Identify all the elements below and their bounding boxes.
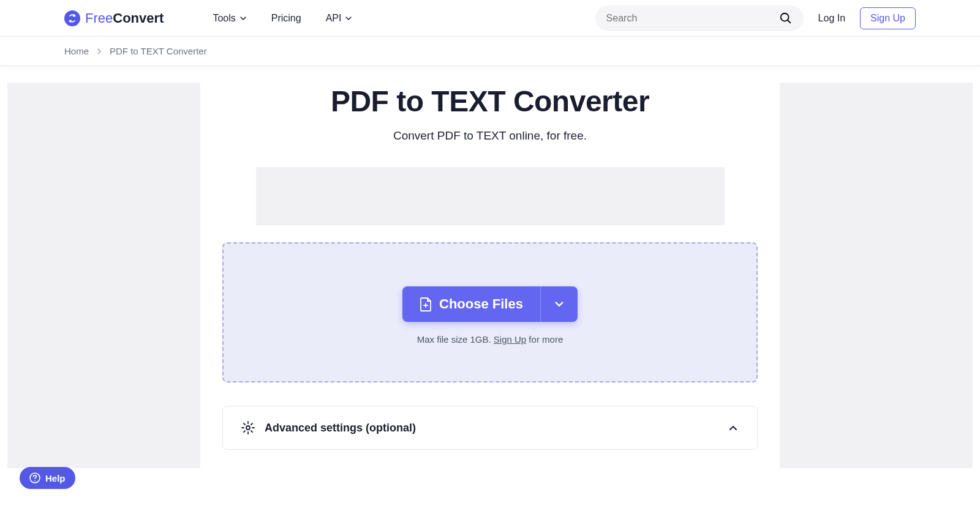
nav-pricing[interactable]: Pricing [271, 13, 301, 24]
file-add-icon [420, 297, 432, 311]
page-subtitle: Convert PDF to TEXT online, for free. [222, 129, 758, 143]
max-file-text: Max file size 1GB. Sign Up for more [417, 334, 563, 345]
logo-text: FreeConvert [85, 10, 164, 26]
chevron-down-icon [239, 15, 247, 22]
breadcrumb: Home PDF to TEXT Converter [0, 37, 980, 66]
advanced-settings-toggle[interactable]: Advanced settings (optional) [222, 406, 758, 450]
nav-api-label: API [326, 13, 342, 24]
chevron-right-icon [96, 48, 102, 54]
sidebar-ad-right [780, 83, 973, 468]
signup-button[interactable]: Sign Up [860, 7, 916, 29]
search-input[interactable] [606, 13, 779, 24]
svg-point-1 [246, 426, 250, 430]
dropzone[interactable]: Choose Files Max file size 1GB. Sign Up … [222, 242, 758, 382]
chevron-down-icon [345, 15, 352, 22]
advanced-settings-label: Advanced settings (optional) [265, 422, 416, 435]
search-box[interactable] [595, 6, 804, 31]
choose-files-label: Choose Files [439, 296, 523, 312]
help-button[interactable]: Help [20, 467, 75, 468]
sidebar-ad-left [7, 83, 200, 468]
login-link[interactable]: Log In [818, 13, 845, 24]
nav-tools[interactable]: Tools [213, 13, 246, 24]
chevron-up-icon [728, 422, 739, 433]
logo-icon [64, 10, 80, 26]
nav-api[interactable]: API [326, 13, 353, 24]
ad-banner [256, 167, 725, 225]
nav-tools-label: Tools [213, 13, 235, 24]
page-title: PDF to TEXT Converter [222, 84, 758, 118]
chevron-down-icon [554, 299, 564, 309]
choose-files-button[interactable]: Choose Files [402, 286, 540, 322]
search-icon[interactable] [779, 12, 793, 25]
logo[interactable]: FreeConvert [64, 10, 164, 26]
breadcrumb-home[interactable]: Home [64, 46, 89, 56]
signup-inline-link[interactable]: Sign Up [494, 334, 526, 345]
gear-icon [241, 421, 255, 435]
choose-files-dropdown[interactable] [540, 286, 578, 322]
breadcrumb-current: PDF to TEXT Converter [110, 46, 207, 56]
nav-pricing-label: Pricing [271, 13, 301, 24]
